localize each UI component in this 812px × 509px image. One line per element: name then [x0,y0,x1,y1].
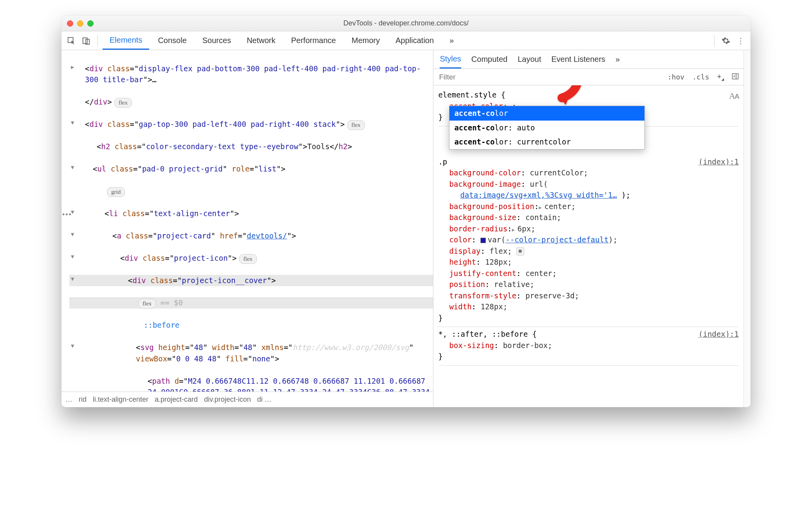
autocomplete-option[interactable]: accent-color: auto [449,121,644,135]
hov-toggle[interactable]: :hov [666,73,686,81]
filter-input[interactable] [437,71,523,83]
panel-toggle-icon[interactable] [730,73,740,81]
crumb[interactable]: div.project-icon [204,395,251,404]
tab-performance[interactable]: Performance [284,31,343,50]
color-swatch-icon[interactable] [480,238,486,243]
titlebar: DevTools - developer.chrome.com/docs/ [61,16,751,31]
crumb[interactable]: di … [257,395,272,404]
crumb[interactable]: rid [79,395,87,404]
scrollbar[interactable] [743,50,751,407]
svg-rect-3 [733,74,738,79]
autocomplete-popup[interactable]: accent-color accent-color: auto accent-c… [449,106,645,150]
flex-editor-icon[interactable]: ⊞ [516,247,524,256]
tab-sources[interactable]: Sources [195,31,238,50]
font-size-icon[interactable]: Aᴀ [729,89,739,102]
svg-rect-1 [83,38,87,43]
annotation-arrow-icon [555,85,586,116]
styles-subtabs: Styles Computed Layout Event Listeners » [433,50,743,69]
tab-network[interactable]: Network [240,31,282,50]
grid-badge[interactable]: grid [107,187,125,197]
tab-console[interactable]: Console [151,31,193,50]
crumb[interactable]: li.text-align-center [93,395,148,404]
more-icon[interactable]: ⋮ [734,34,747,47]
rule-project-icon[interactable]: (index):1 .p background-color: currentCo… [438,155,739,327]
autocomplete-option[interactable]: accent-color [449,106,644,121]
crumb[interactable]: a.project-card [155,395,198,404]
source-location[interactable]: (index):1 [698,329,739,340]
data-url-link[interactable]: data:image/svg+xml,%3Csvg width='1… [460,191,617,199]
new-rule-button[interactable]: +◢ [716,72,725,82]
styles-panel: Styles Computed Layout Event Listeners »… [433,50,743,407]
tab-layout[interactable]: Layout [518,50,541,69]
inspect-icon[interactable] [65,34,78,47]
cls-toggle[interactable]: .cls [691,73,711,81]
tab-styles[interactable]: Styles [440,50,461,69]
flex-badge[interactable]: flex [114,98,132,108]
flex-badge[interactable]: flex [138,299,156,309]
source-location[interactable]: (index):1 [698,156,739,168]
tab-application[interactable]: Application [388,31,441,50]
rule-element-style[interactable]: Aᴀ element.style { accent-color: ; } acc… [438,88,739,126]
selector: element.style { [438,89,739,101]
main-toolbar: Elements Console Sources Network Perform… [61,31,751,50]
tabs-overflow[interactable]: » [442,31,461,50]
styles-content[interactable]: Aᴀ element.style { accent-color: ; } acc… [433,85,743,407]
autocomplete-option[interactable]: accent-color: currentcolor [449,135,644,149]
subtabs-overflow[interactable]: » [615,50,620,69]
gear-icon[interactable] [719,34,733,47]
flex-badge[interactable]: flex [239,254,257,264]
tab-computed[interactable]: Computed [471,50,507,69]
tab-elements[interactable]: Elements [103,31,149,50]
filter-bar: :hov .cls +◢ [433,69,743,85]
device-toggle-icon[interactable] [79,34,93,47]
elements-panel: ••• ▶<div class="display-flex pad-bottom… [61,50,433,407]
window-title: DevTools - developer.chrome.com/docs/ [61,19,751,27]
flex-badge[interactable]: flex [347,120,365,130]
crumb-prefix: … [65,395,72,404]
breadcrumb[interactable]: … rid li.text-align-center a.project-car… [61,392,433,407]
tab-event-listeners[interactable]: Event Listeners [551,50,605,69]
tab-memory[interactable]: Memory [345,31,387,50]
dom-tree[interactable]: ▶<div class="display-flex pad-bottom-300… [61,50,433,392]
devtools-window: DevTools - developer.chrome.com/docs/ El… [61,16,751,407]
rule-universal[interactable]: (index):1 *, ::after, ::before { box-siz… [438,327,739,366]
